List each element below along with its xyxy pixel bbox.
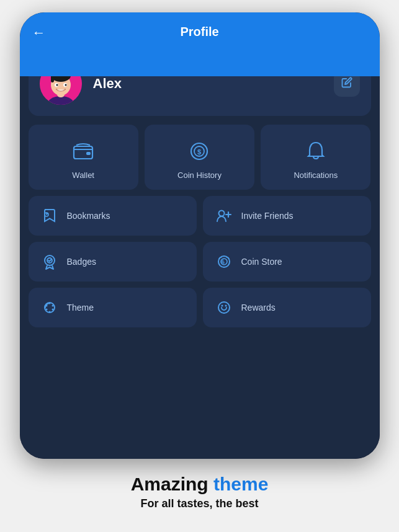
svg-point-27 — [52, 309, 53, 311]
profile-card: Alex — [29, 76, 371, 116]
list-item-badges[interactable]: Badges — [29, 242, 197, 282]
notifications-label: Notifications — [294, 171, 338, 180]
wallet-label: Wallet — [72, 171, 94, 180]
list-section: Bookmarks Invite Friends — [29, 196, 371, 327]
bottom-section: Amazing theme For all tastes, the best — [119, 459, 281, 516]
tagline-line1: Amazing theme — [131, 474, 269, 495]
tagline-plain: Amazing — [131, 474, 213, 494]
svg-text:$: $ — [197, 148, 201, 156]
svg-point-16 — [218, 211, 224, 216]
svg-point-9 — [65, 84, 66, 86]
badges-label: Badges — [67, 257, 96, 267]
grid-item-wallet[interactable]: Wallet — [29, 125, 138, 190]
back-button[interactable]: ← — [32, 25, 46, 41]
user-name: Alex — [93, 76, 334, 92]
tagline-highlight: theme — [213, 474, 268, 494]
svg-point-8 — [56, 84, 58, 86]
grid-item-notifications[interactable]: Notifications — [261, 125, 370, 190]
coin-store-label: Coin Store — [241, 257, 282, 267]
content-area: Alex — [20, 76, 380, 459]
svg-rect-30 — [218, 302, 230, 313]
bookmark-icon — [40, 206, 60, 226]
list-item-theme[interactable]: Theme — [29, 288, 197, 327]
avatar — [40, 76, 82, 105]
grid-item-coin-history[interactable]: $ Coin History — [145, 125, 254, 190]
grid-section: Wallet $ Coin History — [29, 125, 371, 190]
bookmarks-label: Bookmarks — [67, 211, 110, 221]
header-bar: ← Profile — [20, 12, 380, 76]
svg-point-28 — [48, 311, 50, 313]
svg-point-24 — [45, 305, 47, 307]
bell-icon — [303, 138, 329, 164]
coin-history-label: Coin History — [177, 171, 222, 180]
coin-store-icon — [214, 252, 234, 272]
svg-point-25 — [48, 303, 50, 304]
wallet-icon — [70, 138, 96, 164]
back-icon: ← — [32, 25, 46, 41]
rewards-label: Rewards — [241, 303, 276, 313]
svg-rect-5 — [51, 76, 54, 82]
svg-rect-11 — [86, 152, 91, 155]
phone-inner: ← Profile — [20, 12, 380, 459]
list-item-rewards[interactable]: Rewards — [203, 288, 371, 327]
list-item-bookmarks[interactable]: Bookmarks — [29, 196, 197, 236]
invite-friends-icon — [214, 206, 234, 226]
rewards-icon — [214, 298, 234, 317]
theme-label: Theme — [67, 303, 94, 313]
page-title: Profile — [180, 25, 218, 39]
svg-point-26 — [52, 305, 53, 307]
svg-point-31 — [221, 305, 223, 307]
svg-point-29 — [45, 309, 47, 311]
tagline-line2: For all tastes, the best — [131, 497, 269, 510]
list-item-invite-friends[interactable]: Invite Friends — [203, 196, 371, 236]
edit-profile-button[interactable] — [334, 76, 360, 97]
theme-icon — [40, 298, 60, 317]
edit-icon — [341, 77, 352, 91]
coin-history-icon: $ — [186, 138, 212, 164]
invite-friends-label: Invite Friends — [241, 211, 294, 221]
phone-frame: ← Profile — [20, 12, 380, 459]
svg-point-32 — [225, 305, 226, 307]
badge-icon — [40, 252, 60, 272]
list-item-coin-store[interactable]: Coin Store — [203, 242, 371, 282]
